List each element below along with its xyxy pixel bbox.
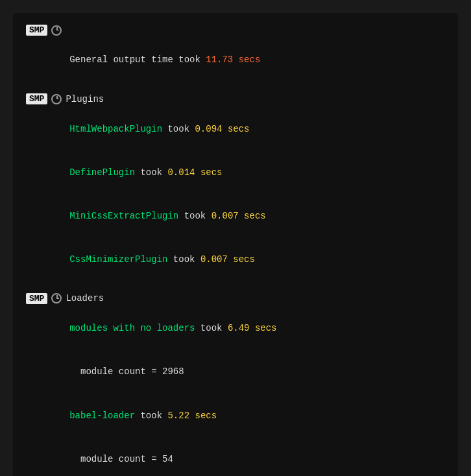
- badge-smp-general: SMP: [26, 25, 47, 36]
- minicssplugin-time: 0.007 secs: [211, 211, 266, 221]
- general-text: General output time took: [69, 54, 206, 65]
- loaders-line-2: module count = 2968: [26, 350, 445, 394]
- section-plugins: SMP Plugins HtmlWebpackPlugin took 0.094…: [26, 93, 445, 281]
- terminal-box: SMP General output time took 11.73 secs …: [13, 13, 458, 476]
- loaders-line-1: modules with no loaders took 6.49 secs: [26, 307, 445, 350]
- badge-smp-loaders: SMP: [26, 293, 47, 304]
- defineplugin-took: took: [135, 167, 167, 178]
- plugins-line-2: DefinePlugin took 0.014 secs: [26, 150, 445, 194]
- badge-smp-plugins: SMP: [26, 93, 47, 104]
- loaders-line-3: babel-loader took 5.22 secs: [26, 394, 445, 437]
- section-loaders: SMP Loaders modules with no loaders took…: [26, 293, 445, 476]
- section-header-loaders: SMP Loaders: [26, 293, 445, 304]
- clock-icon-plugins: [51, 94, 62, 104]
- plugins-line-3: MiniCssExtractPlugin took 0.007 secs: [26, 195, 445, 238]
- minicssplugin-name: MiniCssExtractPlugin: [69, 211, 178, 221]
- section-header-general: SMP: [26, 25, 445, 36]
- section-general: SMP General output time took 11.73 secs: [26, 25, 445, 82]
- plugins-line-1: HtmlWebpackPlugin took 0.094 secs: [26, 107, 445, 150]
- htmlwebpackplugin-time: 0.094 secs: [195, 124, 249, 134]
- clock-icon-loaders: [51, 293, 62, 303]
- minicssplugin-took: took: [178, 211, 211, 221]
- cssminimizer-took: took: [167, 254, 200, 265]
- plugins-line-4: CssMinimizerPlugin took 0.007 secs: [26, 238, 445, 281]
- plugins-label: Plugins: [66, 94, 104, 104]
- loaders-line-4: module count = 54: [26, 437, 445, 476]
- cssminimizer-time: 0.007 secs: [200, 254, 255, 265]
- loaders-label: Loaders: [66, 293, 104, 303]
- line-general-1: General output time took 11.73 secs: [26, 38, 445, 82]
- general-time: 11.73 secs: [206, 54, 260, 65]
- terminal-wrapper: SMP General output time took 11.73 secs …: [0, 0, 471, 476]
- defineplugin-time: 0.014 secs: [167, 167, 222, 178]
- htmlwebpackplugin-name: HtmlWebpackPlugin: [69, 124, 162, 134]
- cssminimizer-name: CssMinimizerPlugin: [69, 254, 167, 265]
- htmlwebpackplugin-took: took: [162, 124, 195, 134]
- section-header-plugins: SMP Plugins: [26, 93, 445, 104]
- clock-icon-general: [51, 25, 62, 36]
- defineplugin-name: DefinePlugin: [69, 167, 135, 178]
